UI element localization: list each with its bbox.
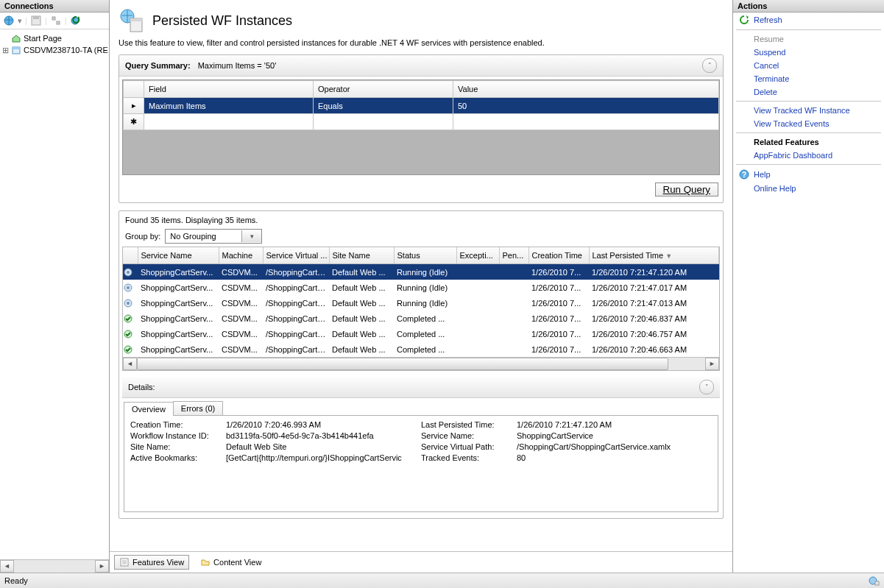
status-text: Ready: [4, 576, 28, 585]
table-row[interactable]: ShoppingCartServ...CSDVM.../ShoppingCart…: [123, 280, 719, 295]
query-new-row[interactable]: ✱: [124, 114, 719, 130]
main-pane: Persisted WF Instances Use this feature …: [110, 0, 733, 573]
action-dashboard[interactable]: AppFabric Dashboard: [733, 149, 884, 162]
results-h-scrollbar[interactable]: ◄ ►: [123, 357, 719, 370]
col-service[interactable]: Service Name: [138, 247, 219, 264]
table-row[interactable]: ShoppingCartServ...CSDVM.../ShoppingCart…: [123, 341, 719, 357]
scroll-left-icon[interactable]: ◄: [0, 560, 14, 573]
cell-ctime: 1/26/2010 7...: [528, 311, 589, 326]
col-field[interactable]: Field: [144, 81, 314, 98]
svg-point-12: [127, 271, 130, 274]
world-icon[interactable]: [3, 15, 15, 26]
left-h-scrollbar[interactable]: ◄ ►: [0, 559, 109, 573]
cell-pending: [499, 311, 528, 326]
tab-errors[interactable]: Errors (0): [173, 401, 223, 415]
scroll-right-icon[interactable]: ►: [95, 560, 109, 573]
creation-time-value: 1/26/2010 7:20:46.993 AM: [226, 420, 421, 429]
col-icon[interactable]: [123, 247, 138, 264]
col-machine[interactable]: Machine: [219, 247, 263, 264]
features-view-tab[interactable]: Features View: [114, 555, 189, 570]
cell-pending: [499, 264, 528, 280]
levels-icon[interactable]: [50, 15, 62, 26]
instances-table[interactable]: Service Name Machine Service Virtual ...…: [122, 247, 720, 371]
svg-point-16: [127, 302, 130, 305]
action-online-help[interactable]: Online Help: [733, 182, 884, 195]
query-row[interactable]: ▸ Maximum Items Equals 50: [124, 98, 719, 114]
status-bar: Ready: [0, 573, 884, 588]
tab-overview[interactable]: Overview: [124, 402, 174, 416]
feature-icon: [119, 7, 145, 34]
tree-server[interactable]: ⊞ CSDVM238710-TA (RE: [1, 44, 107, 56]
col-status[interactable]: Status: [394, 247, 456, 264]
cell-vpath: /ShoppingCart/...: [263, 311, 329, 326]
scroll-thumb[interactable]: [137, 358, 668, 370]
query-summary-text: Maximum Items = '50': [198, 61, 277, 70]
bookmarks-label: Active Bookmarks:: [130, 453, 226, 462]
col-exception[interactable]: Excepti...: [456, 247, 499, 264]
table-row[interactable]: ShoppingCartServ...CSDVM.../ShoppingCart…: [123, 311, 719, 326]
scroll-right-icon[interactable]: ►: [705, 358, 719, 370]
tree-start-page[interactable]: Start Page: [1, 32, 107, 44]
table-row[interactable]: ShoppingCartServ...CSDVM.../ShoppingCart…: [123, 295, 719, 311]
connections-title: Connections: [0, 0, 109, 13]
cell-machine: CSDVM...: [219, 311, 263, 326]
query-grid[interactable]: Field Operator Value ▸ Maximum Items Equ…: [122, 79, 720, 175]
action-cancel[interactable]: Cancel: [733, 59, 884, 72]
actions-title: Actions: [733, 0, 884, 13]
cell-vpath: /ShoppingCart/...: [263, 326, 329, 341]
cell-exception: [456, 341, 499, 357]
details-body: Creation Time: 1/26/2010 7:20:46.993 AM …: [124, 415, 718, 512]
row-status-icon: [123, 311, 138, 326]
help-icon: ?: [739, 169, 749, 180]
col-persisted-time[interactable]: Last Persisted Time ▼: [589, 247, 719, 264]
results-panel: Found 35 items. Displaying 35 items. Gro…: [119, 210, 724, 519]
world-refresh-icon[interactable]: [70, 15, 82, 26]
group-by-label: Group by:: [125, 232, 160, 241]
chevron-up-icon[interactable]: ˄: [702, 58, 717, 73]
new-row-icon[interactable]: ✱: [124, 114, 144, 130]
table-row[interactable]: ShoppingCartServ...CSDVM.../ShoppingCart…: [123, 264, 719, 280]
service-name-label: Service Name:: [421, 431, 517, 440]
col-creation-time[interactable]: Creation Time: [528, 247, 589, 264]
details-header[interactable]: Details: ˅: [122, 377, 720, 398]
query-panel: Query Summary: Maximum Items = '50' ˄ Fi…: [119, 54, 724, 203]
connections-tree[interactable]: Start Page ⊞ CSDVM238710-TA (RE: [0, 29, 109, 559]
action-terminate[interactable]: Terminate: [733, 72, 884, 85]
content-view-tab[interactable]: Content View: [195, 555, 266, 570]
action-refresh[interactable]: Refresh: [733, 13, 884, 27]
action-delete[interactable]: Delete: [733, 85, 884, 99]
cell-ctime: 1/26/2010 7...: [528, 264, 589, 280]
group-by-combo[interactable]: No Grouping ▾: [165, 229, 262, 244]
cell-status: Completed ...: [394, 341, 456, 357]
folder-icon: [200, 557, 211, 567]
save-icon[interactable]: [30, 15, 42, 26]
cell-site: Default Web ...: [329, 280, 394, 295]
results-summary: Found 35 items. Displaying 35 items.: [125, 216, 717, 224]
cell-ctime: 1/26/2010 7...: [528, 326, 589, 341]
col-pending[interactable]: Pen...: [499, 247, 528, 264]
row-status-icon: [123, 280, 138, 295]
cell-site: Default Web ...: [329, 311, 394, 326]
row-status-icon: [123, 326, 138, 341]
creation-time-label: Creation Time:: [130, 420, 226, 429]
col-site[interactable]: Site Name: [329, 247, 394, 264]
col-vpath[interactable]: Service Virtual ...: [263, 247, 329, 264]
action-view-events[interactable]: View Tracked Events: [733, 117, 884, 130]
cell-ptime: 1/26/2010 7:21:47.013 AM: [589, 295, 719, 311]
action-suspend[interactable]: Suspend: [733, 46, 884, 59]
action-view-instance[interactable]: View Tracked WF Instance: [733, 104, 884, 117]
cell-pending: [499, 280, 528, 295]
instance-id-label: Workflow Instance ID:: [130, 431, 226, 440]
action-help[interactable]: ? Help: [733, 167, 884, 182]
col-value[interactable]: Value: [453, 81, 719, 98]
chevron-down-icon[interactable]: ˅: [699, 380, 714, 394]
run-query-button[interactable]: Run Query: [655, 183, 718, 196]
col-operator[interactable]: Operator: [314, 81, 453, 98]
table-row[interactable]: ShoppingCartServ...CSDVM.../ShoppingCart…: [123, 326, 719, 341]
grid-corner: [124, 81, 144, 98]
scroll-left-icon[interactable]: ◄: [123, 358, 137, 370]
row-selector-icon[interactable]: ▸: [124, 98, 144, 114]
service-vpath-label: Service Virtual Path:: [421, 442, 517, 451]
chevron-down-icon[interactable]: ▾: [241, 230, 261, 242]
query-panel-header[interactable]: Query Summary: Maximum Items = '50' ˄: [119, 55, 723, 77]
